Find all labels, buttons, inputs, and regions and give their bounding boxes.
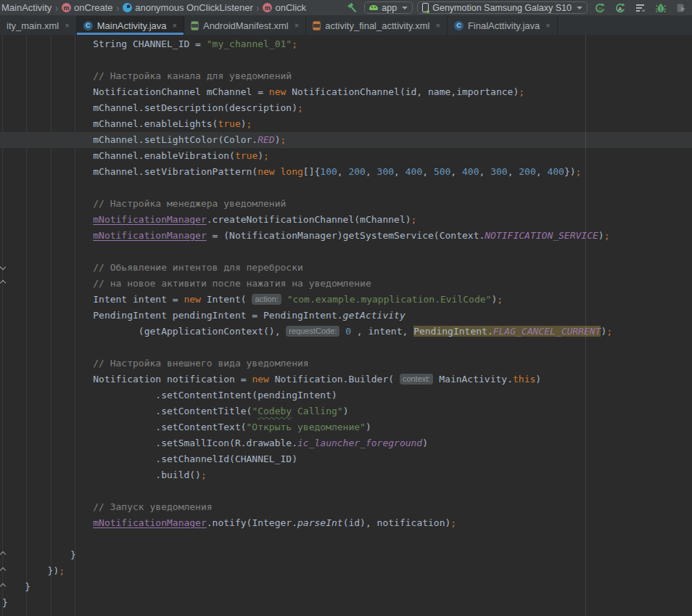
code-line[interactable]: } bbox=[0, 547, 692, 563]
code-token bbox=[281, 294, 287, 305]
code-line[interactable]: mNotificationManager.notify(Integer.pars… bbox=[0, 515, 692, 531]
code-token: ; bbox=[519, 86, 524, 97]
tab-close-icon[interactable]: × bbox=[173, 21, 177, 30]
anonymous-class-icon bbox=[123, 3, 132, 12]
device-select[interactable]: Genymotion Samsung Galaxy S10 bbox=[417, 1, 588, 14]
code-line[interactable]: .setSmallIcon(R.drawable.ic_launcher_for… bbox=[0, 435, 692, 451]
code-token: context: bbox=[400, 374, 434, 385]
code-token: (id), notification) bbox=[343, 517, 451, 528]
code-line[interactable]: mChannel.setDescription(description); bbox=[0, 100, 692, 116]
breadcrumb-separator: › bbox=[53, 2, 60, 14]
code-line[interactable] bbox=[0, 483, 692, 499]
code-line[interactable] bbox=[0, 340, 692, 356]
code-token: ; bbox=[604, 230, 610, 241]
code-line[interactable] bbox=[0, 531, 692, 547]
debug-icon[interactable] bbox=[653, 1, 669, 15]
code-token: 0 bbox=[345, 326, 351, 337]
code-line[interactable]: } bbox=[0, 579, 692, 595]
code-token: NotificationChannel(id, name,importance) bbox=[286, 86, 519, 97]
editor-tab[interactable]: AndroidManifest.xml× bbox=[184, 16, 306, 35]
breadcrumb-item[interactable]: monCreate bbox=[60, 2, 114, 13]
breadcrumb-label: anonymous OnClickListener bbox=[135, 2, 253, 13]
code-line[interactable] bbox=[0, 52, 692, 68]
code-line[interactable]: String CHANNEL_ID = "my_channel_01"; bbox=[0, 36, 692, 52]
code-line[interactable]: } bbox=[0, 595, 692, 611]
code-line[interactable]: // на новое активити после нажатия на ув… bbox=[0, 276, 692, 292]
code-token: String CHANNEL_ID = bbox=[2, 38, 207, 49]
code-token: "my_channel_01" bbox=[207, 38, 292, 49]
code-line[interactable]: mChannel.enableLights(true); bbox=[0, 116, 692, 132]
code-token: ; bbox=[450, 517, 456, 528]
device-label: Genymotion Samsung Galaxy S10 bbox=[432, 3, 572, 13]
code-line[interactable]: mChannel.setVibrationPattern(new long[]{… bbox=[0, 164, 692, 180]
run-configuration-select[interactable]: app bbox=[364, 1, 413, 14]
code-token: 300 bbox=[377, 166, 394, 177]
code-token: ) bbox=[535, 374, 541, 385]
code-token: Codeby bbox=[258, 406, 292, 416]
code-token: , bbox=[450, 166, 462, 177]
code-token: 500 bbox=[434, 166, 450, 177]
breadcrumb-item[interactable]: anonymous OnClickListener bbox=[121, 2, 255, 13]
code-line[interactable]: // Обьявление интентов для переброски bbox=[0, 260, 692, 276]
code-token: .notify(Integer. bbox=[207, 517, 297, 528]
editor-tab[interactable]: CMainActivity.java× bbox=[77, 16, 184, 35]
breadcrumb-item[interactable]: MainActivity bbox=[0, 2, 53, 13]
code-line[interactable]: // Настройка внешнего вида уведомления bbox=[0, 356, 692, 371]
code-line[interactable]: // Настройка менеджера уведомлений bbox=[0, 196, 692, 212]
apply-code-changes-icon[interactable]: A bbox=[612, 1, 628, 15]
code-token: 400 bbox=[462, 166, 479, 177]
tab-close-icon[interactable]: × bbox=[65, 21, 69, 30]
code-line[interactable]: .setChannelId(CHANNEL_ID) bbox=[0, 451, 692, 467]
code-line[interactable]: .build(); bbox=[0, 467, 692, 483]
code-token: = (NotificationManager)getSystemService(… bbox=[207, 230, 485, 241]
code-token: ; bbox=[247, 118, 252, 129]
code-area[interactable]: String CHANNEL_ID = "my_channel_01"; // … bbox=[0, 35, 692, 611]
breadcrumb-item[interactable]: monClick bbox=[261, 2, 308, 13]
editor-tab[interactable]: activity_final_acttivity.xml× bbox=[306, 16, 448, 35]
code-token: , bbox=[508, 166, 519, 177]
tab-close-icon[interactable]: × bbox=[545, 21, 550, 30]
code-token: , bbox=[366, 166, 377, 177]
tab-close-icon[interactable]: × bbox=[294, 21, 299, 30]
editor-tab[interactable]: ity_main.xml× bbox=[0, 16, 77, 35]
code-token: // Настройка канала для уведомлений bbox=[2, 70, 292, 81]
code-line[interactable] bbox=[0, 180, 692, 196]
code-line[interactable] bbox=[0, 244, 692, 260]
code-line[interactable]: mNotificationManager.createNotificationC… bbox=[0, 212, 692, 228]
code-line[interactable]: Notification notification = new Notifica… bbox=[0, 371, 692, 387]
code-line[interactable]: PendingIntent pendingIntent = PendingInt… bbox=[0, 308, 692, 324]
tab-label: AndroidManifest.xml bbox=[203, 20, 289, 31]
code-line[interactable]: Intent intent = new Intent( action: "com… bbox=[0, 292, 692, 308]
code-token: requestCode: bbox=[286, 326, 339, 337]
code-token: 100 bbox=[320, 166, 337, 177]
run-configuration-label: app bbox=[382, 3, 397, 13]
apply-changes-icon[interactable] bbox=[592, 1, 608, 15]
code-token: .createNotificationChannel(mChannel) bbox=[207, 214, 411, 225]
code-line[interactable]: }); bbox=[0, 563, 692, 579]
code-line[interactable]: // Настройка канала для уведомлений bbox=[0, 68, 692, 84]
code-line[interactable]: mNotificationManager = (NotificationMana… bbox=[0, 228, 692, 244]
code-line[interactable]: .setContentText("Открыть уведомление") bbox=[0, 419, 692, 435]
code-editor[interactable]: String CHANNEL_ID = "my_channel_01"; // … bbox=[0, 35, 692, 616]
tab-close-icon[interactable]: × bbox=[435, 21, 440, 30]
code-line[interactable]: (getApplicationContext(), requestCode: 0… bbox=[0, 324, 692, 340]
code-token bbox=[2, 214, 93, 225]
code-token: mChannel.setLightColor(Color. bbox=[2, 134, 258, 145]
tab-label: activity_final_acttivity.xml bbox=[325, 20, 429, 31]
code-line[interactable]: // Запуск уведомления bbox=[0, 499, 692, 515]
run-list-icon[interactable] bbox=[633, 1, 648, 15]
code-token: , intent, bbox=[351, 326, 413, 337]
build-hammer-icon[interactable] bbox=[344, 1, 360, 15]
editor-tab[interactable]: CFinalActtivity.java× bbox=[448, 16, 558, 35]
code-line[interactable]: NotificationChannel mChannel = new Notif… bbox=[0, 84, 692, 100]
breadcrumb-separator: › bbox=[255, 2, 262, 14]
code-token: ) bbox=[366, 422, 371, 432]
code-line[interactable]: mChannel.setLightColor(Color.RED); bbox=[0, 132, 692, 148]
code-token: ) bbox=[258, 150, 263, 161]
profile-icon[interactable] bbox=[673, 1, 689, 15]
tab-label: MainActivity.java bbox=[97, 20, 167, 31]
code-line[interactable]: .setContentIntent(pendingIntent) bbox=[0, 387, 692, 403]
right-margin-guide bbox=[585, 35, 586, 616]
code-line[interactable]: .setContentTitle("Codeby Calling") bbox=[0, 403, 692, 419]
code-line[interactable]: mChannel.enableVibration(true); bbox=[0, 148, 692, 164]
